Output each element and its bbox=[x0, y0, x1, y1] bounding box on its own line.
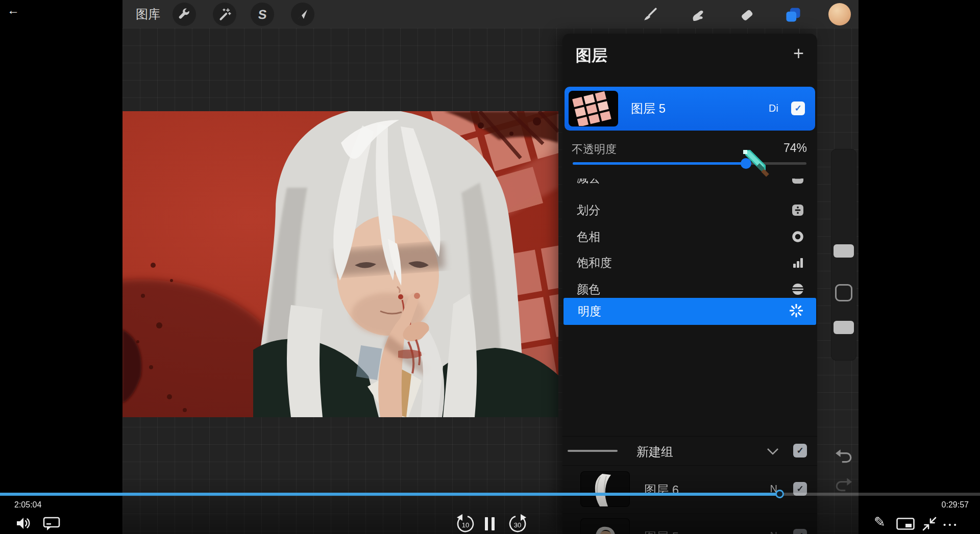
progress-fill bbox=[0, 493, 779, 496]
divide-icon bbox=[792, 204, 804, 216]
current-time: 2:05:04 bbox=[14, 500, 41, 510]
subtract-icon bbox=[792, 179, 804, 184]
color-blend-icon bbox=[792, 283, 804, 295]
artwork-illustration bbox=[122, 111, 558, 417]
layer-row-partial[interactable]: 图层 5 N ✓ bbox=[562, 513, 817, 534]
group-visibility-checkbox[interactable]: ✓ bbox=[793, 444, 807, 457]
opacity-value: 74% bbox=[783, 141, 807, 155]
smudge-tool-button[interactable] bbox=[687, 5, 707, 24]
brush-icon bbox=[642, 7, 657, 22]
subtitle-button[interactable] bbox=[43, 517, 60, 531]
blend-mode-label: 明度 bbox=[578, 303, 790, 319]
layer-thumbnail bbox=[580, 518, 630, 534]
undo-icon bbox=[835, 448, 852, 465]
blend-mode-badge[interactable]: N bbox=[770, 530, 777, 534]
remaining-time: 0:29:57 bbox=[942, 500, 969, 510]
pause-button[interactable] bbox=[485, 517, 496, 530]
color-swatch-button[interactable] bbox=[828, 3, 851, 26]
blend-mode-row-saturation[interactable]: 饱和度 bbox=[562, 249, 817, 276]
progress-playhead[interactable] bbox=[775, 490, 784, 498]
blend-mode-row-luminosity-selected[interactable]: 明度 bbox=[564, 298, 816, 325]
layer-group-row[interactable]: 新建组 ✓ bbox=[562, 436, 817, 465]
blend-mode-label: 颜色 bbox=[577, 282, 792, 297]
picture-in-picture-icon bbox=[896, 518, 915, 530]
rewind-10-button[interactable]: 10 bbox=[456, 514, 475, 533]
gallery-button[interactable]: 图库 bbox=[136, 0, 160, 28]
artwork-canvas[interactable] bbox=[122, 111, 558, 417]
rewind-seconds: 10 bbox=[456, 521, 475, 529]
selection-s-icon: S bbox=[257, 7, 267, 22]
group-stack-indicator bbox=[568, 450, 618, 452]
layer-name: 图层 6 bbox=[644, 482, 679, 498]
blend-mode-label: 划分 bbox=[577, 202, 792, 218]
eraser-tool-button[interactable] bbox=[737, 5, 757, 24]
pause-bar bbox=[485, 517, 488, 530]
pause-bar bbox=[492, 517, 495, 530]
forward-30-button[interactable]: 30 bbox=[508, 514, 527, 533]
blend-mode-label: 减去 bbox=[577, 179, 792, 186]
brush-opacity-slider-handle[interactable] bbox=[834, 321, 854, 334]
exit-fullscreen-button[interactable] bbox=[922, 516, 937, 531]
transform-button[interactable] bbox=[291, 3, 314, 26]
hue-icon bbox=[792, 231, 804, 243]
shrink-arrows-icon bbox=[922, 516, 937, 531]
transform-arrow-icon bbox=[297, 8, 309, 20]
sidebar-slider-column bbox=[831, 149, 856, 361]
layer-thumbnail bbox=[580, 471, 630, 507]
blend-mode-label: 饱和度 bbox=[577, 255, 792, 271]
redo-button[interactable] bbox=[835, 476, 852, 494]
blend-mode-row-hue[interactable]: 色相 bbox=[562, 223, 817, 250]
layer-visibility-checkbox[interactable]: ✓ bbox=[793, 529, 807, 534]
selection-button[interactable]: S bbox=[251, 3, 274, 26]
group-name: 新建组 bbox=[636, 444, 673, 460]
annotate-button[interactable]: ✎ bbox=[874, 514, 886, 530]
blend-mode-row-cutoff[interactable]: 减去 bbox=[562, 179, 817, 192]
blend-mode-label: 色相 bbox=[577, 229, 792, 245]
subtitle-chat-icon bbox=[43, 517, 60, 531]
actions-button[interactable] bbox=[173, 3, 196, 26]
wrench-icon bbox=[178, 8, 191, 21]
layer-thumbnail bbox=[569, 91, 618, 126]
saturation-icon bbox=[792, 257, 804, 269]
volume-button[interactable] bbox=[15, 515, 32, 531]
add-layer-button[interactable]: + bbox=[793, 43, 804, 64]
blend-mode-badge[interactable]: Di bbox=[769, 103, 778, 114]
magic-wand-icon bbox=[218, 8, 231, 21]
adjustments-button[interactable] bbox=[213, 3, 236, 26]
opacity-slider-thumb[interactable] bbox=[741, 158, 751, 169]
more-options-button[interactable]: ••• bbox=[943, 520, 959, 529]
chevron-down-icon[interactable] bbox=[767, 448, 778, 457]
layers-tool-button[interactable] bbox=[783, 5, 803, 24]
layer-row-selected[interactable]: 图层 5 Di ✓ bbox=[565, 87, 815, 131]
undo-button[interactable] bbox=[835, 448, 852, 465]
brush-tool-button[interactable] bbox=[640, 5, 660, 24]
layer-visibility-checkbox[interactable]: ✓ bbox=[791, 101, 805, 115]
speaker-icon bbox=[15, 515, 32, 531]
opacity-slider[interactable] bbox=[573, 162, 806, 165]
modify-button[interactable] bbox=[835, 284, 852, 301]
procreate-toolbar: 图库 S bbox=[122, 0, 859, 28]
eraser-icon bbox=[739, 7, 754, 22]
luminosity-icon bbox=[790, 304, 803, 319]
redo-icon bbox=[835, 476, 852, 494]
opacity-slider-fill bbox=[573, 162, 746, 165]
layers-panel: 图层 + 图层 5 Di ✓ bbox=[562, 34, 817, 534]
back-button[interactable]: ← bbox=[4, 1, 22, 19]
video-player: 图库 S bbox=[0, 0, 980, 534]
layer-name: 图层 5 bbox=[644, 529, 679, 534]
layer-name: 图层 5 bbox=[631, 87, 666, 131]
pip-button[interactable] bbox=[896, 518, 915, 530]
opacity-label: 不透明度 bbox=[572, 142, 617, 157]
blend-mode-row-divide[interactable]: 划分 bbox=[562, 197, 817, 223]
brush-size-slider-handle[interactable] bbox=[834, 244, 854, 258]
layers-icon bbox=[785, 7, 801, 23]
video-progress-bar[interactable] bbox=[0, 493, 980, 496]
layer-row[interactable]: 图层 6 N ✓ bbox=[562, 465, 817, 512]
forward-seconds: 30 bbox=[508, 521, 527, 529]
smudge-finger-icon bbox=[690, 7, 705, 22]
layers-panel-title: 图层 bbox=[576, 45, 607, 66]
